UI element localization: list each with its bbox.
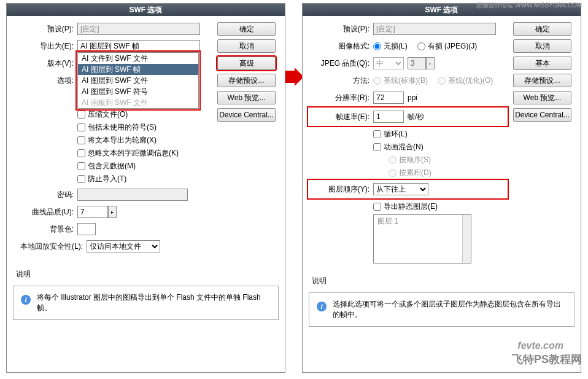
password-label: 密码:	[13, 190, 77, 200]
top-watermark: 思缘设计论坛 WWW.MISSYUAN.COM	[476, 1, 582, 10]
layer-order-label: 图层顺序(Y):	[309, 184, 373, 195]
cancel-button[interactable]: 取消	[217, 39, 276, 53]
info-icon: i	[21, 295, 31, 305]
save-preset-button[interactable]: 存储预设...	[217, 74, 276, 87]
include-unused-checkbox[interactable]	[77, 123, 85, 131]
curve-quality-label: 曲线品质(U):	[13, 207, 77, 217]
description-header: 说明	[312, 276, 581, 286]
save-preset-button[interactable]: 存储预设...	[513, 74, 571, 87]
preset-label: 预设(P):	[309, 24, 373, 34]
curve-quality-input[interactable]	[77, 206, 108, 218]
resolution-unit: ppi	[408, 93, 417, 102]
prevent-import-checkbox[interactable]	[77, 175, 85, 183]
export-as-label: 导出为(E):	[13, 41, 77, 52]
bgcolor-swatch[interactable]	[77, 223, 96, 235]
include-meta-label: 包含元数据(M)	[88, 161, 136, 171]
dropdown-item-disabled: AI 画板到 SWF 文件	[78, 97, 198, 108]
options-label: 选项:	[13, 76, 77, 86]
dropdown-item[interactable]: AI 文件到 SWF 文件	[78, 53, 198, 64]
export-static-label: 导出静态图层(E)	[384, 201, 438, 212]
blend-label: 动画混合(N)	[384, 142, 424, 152]
swf-options-dialog-advanced: SWF 选项 预设(P): 图像格式: 无损(L) 有损 (JPEG)(J) J…	[302, 3, 581, 373]
text-outline-label: 将文本导出为轮廓(X)	[88, 135, 157, 146]
export-static-checkbox[interactable]	[373, 203, 381, 211]
static-layer-list[interactable]: 图层 1	[373, 214, 471, 264]
jpeg-quality-select[interactable]: 中	[373, 57, 404, 69]
dropdown-item-selected[interactable]: AI 图层到 SWF 帧	[78, 64, 198, 75]
framerate-input[interactable]	[373, 111, 404, 123]
baseline-opt-radio: 基线(优化)(O)	[438, 76, 493, 86]
jpeg-quality-label: JPEG 品质(Q):	[309, 58, 373, 69]
layer-order-select[interactable]: 从下往上	[373, 183, 428, 195]
by-accum-label: 按累积(D)	[399, 168, 431, 178]
by-order-label: 按顺序(S)	[399, 155, 431, 165]
text-outline-checkbox[interactable]	[77, 136, 85, 144]
resolution-input[interactable]	[373, 92, 404, 104]
password-input[interactable]	[77, 189, 188, 201]
web-preview-button[interactable]: Web 预览...	[217, 91, 276, 104]
version-label: 版本(V):	[13, 58, 77, 69]
jpeg-quality-num[interactable]	[408, 57, 426, 69]
dropdown-item[interactable]: AI 图层到 SWF 文件	[78, 75, 198, 86]
ignore-kerning-checkbox[interactable]	[77, 149, 85, 157]
by-order-radio	[389, 156, 397, 164]
fevte-watermark: fevte.com	[517, 340, 563, 351]
fei-watermark: 飞特PS教程网	[512, 352, 582, 367]
export-dropdown-list: AI 文件到 SWF 文件 AI 图层到 SWF 帧 AI 图层到 SWF 文件…	[77, 52, 199, 109]
bgcolor-label: 背景色:	[13, 224, 77, 235]
basic-button[interactable]: 基本	[513, 57, 571, 70]
ok-button[interactable]: 确定	[513, 22, 571, 36]
local-security-select[interactable]: 仅访问本地文件	[87, 240, 160, 252]
image-format-label: 图像格式:	[309, 41, 373, 52]
by-accum-radio	[389, 169, 397, 177]
preset-select[interactable]	[373, 23, 496, 35]
arrow-icon	[285, 68, 304, 86]
include-unused-label: 包括未使用的符号(S)	[88, 122, 157, 133]
static-layer-item[interactable]: 图层 1	[374, 215, 471, 228]
lossless-radio[interactable]: 无损(L)	[373, 41, 408, 52]
web-preview-button[interactable]: Web 预览...	[513, 91, 571, 104]
compress-checkbox[interactable]	[77, 111, 85, 119]
preset-select[interactable]	[77, 23, 200, 35]
framerate-unit: 帧/秒	[408, 112, 424, 122]
description-header: 说明	[16, 269, 285, 279]
include-meta-checkbox[interactable]	[77, 162, 85, 170]
cancel-button[interactable]: 取消	[513, 39, 571, 53]
dropdown-item[interactable]: AI 图层到 SWF 符号	[78, 86, 198, 97]
loop-checkbox[interactable]	[373, 130, 381, 138]
prevent-import-label: 防止导入(T)	[88, 174, 126, 184]
ok-button[interactable]: 确定	[217, 22, 276, 36]
baseline-std-radio: 基线(标准)(B)	[373, 76, 428, 86]
description-text: 选择此选项可将一个或多个图层或子图层作为静态图层包含在所有导出的帧中。	[333, 299, 567, 320]
device-central-button[interactable]: Device Central...	[217, 108, 276, 122]
description-box: i 将每个 Illustrator 图层中的图稿导出到单个 Flash 文件中的…	[13, 286, 279, 320]
titlebar: SWF 选项	[7, 4, 285, 16]
swf-options-dialog-basic: SWF 选项 预设(P): 导出为(E): AI 文件到 SWF 文件 AI 图…	[6, 3, 285, 373]
jpeg-quality-spinner[interactable]: ▸	[426, 57, 435, 69]
ignore-kerning-label: 忽略文本的字距微调信息(K)	[88, 148, 179, 158]
description-box: i 选择此选项可将一个或多个图层或子图层作为静态图层包含在所有导出的帧中。	[309, 292, 574, 327]
loop-label: 循环(L)	[384, 129, 408, 139]
framerate-label: 帧速率(E):	[309, 112, 373, 122]
info-icon: i	[317, 302, 327, 311]
scrollbar[interactable]	[462, 215, 471, 263]
resolution-label: 分辨率(R):	[309, 93, 373, 103]
export-as-select[interactable]	[77, 40, 200, 52]
lossy-radio[interactable]: 有损 (JPEG)(J)	[417, 41, 478, 52]
advanced-button[interactable]: 高级	[217, 57, 276, 70]
preset-label: 预设(P):	[13, 24, 77, 34]
curve-quality-spinner[interactable]: ▸	[108, 206, 117, 218]
device-central-button[interactable]: Device Central...	[513, 108, 571, 122]
svg-marker-0	[285, 68, 304, 86]
description-text: 将每个 Illustrator 图层中的图稿导出到单个 Flash 文件中的单独…	[37, 292, 271, 313]
compress-label: 压缩文件(O)	[88, 109, 128, 120]
method-label: 方法:	[309, 76, 373, 86]
local-security-label: 本地回放安全性(L):	[13, 241, 87, 252]
blend-checkbox[interactable]	[373, 143, 381, 151]
